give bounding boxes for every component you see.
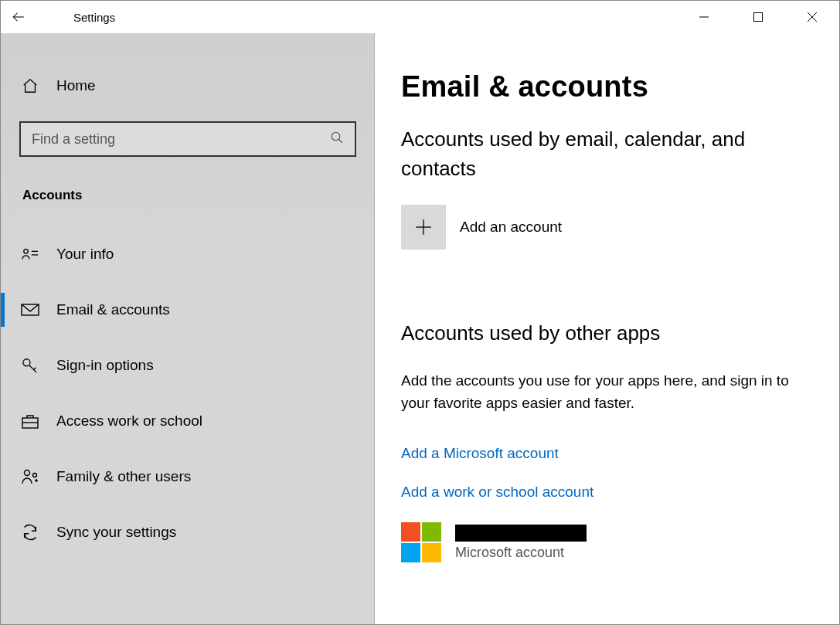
section-email-calendar-title: Accounts used by email, calendar, and co… [401, 125, 813, 183]
maximize-button[interactable] [731, 1, 785, 33]
sidebar-item-email-accounts[interactable]: Email & accounts [1, 282, 375, 338]
sidebar-item-label: Your info [56, 246, 114, 263]
back-button[interactable] [1, 1, 36, 33]
add-account-label: Add an account [460, 219, 562, 236]
key-icon [19, 357, 41, 374]
home-button[interactable]: Home [1, 64, 375, 107]
window-title: Settings [73, 11, 115, 24]
arrow-left-icon [12, 10, 26, 24]
sync-icon [19, 524, 41, 541]
svg-line-6 [338, 139, 342, 143]
search-field[interactable] [30, 131, 330, 148]
svg-point-5 [332, 132, 340, 141]
family-icon [19, 468, 41, 485]
titlebar: Settings [1, 1, 839, 33]
nav-list: Your info Email & accounts [1, 226, 375, 560]
plus-icon [401, 205, 446, 250]
minimize-icon [699, 12, 709, 22]
add-work-school-link[interactable]: Add a work or school account [401, 484, 593, 501]
svg-point-7 [24, 250, 29, 254]
mail-icon [19, 301, 41, 318]
main-content: Email & accounts Accounts used by email,… [375, 33, 839, 624]
account-email-redacted [455, 525, 587, 542]
home-label: Home [56, 77, 96, 94]
sidebar-item-label: Sign-in options [56, 357, 154, 374]
sidebar-item-label: Email & accounts [56, 301, 170, 318]
sidebar: Home Accounts [1, 33, 375, 624]
sidebar-item-family[interactable]: Family & other users [1, 449, 375, 504]
briefcase-icon [19, 413, 41, 430]
home-icon [19, 77, 41, 94]
sidebar-item-work-school[interactable]: Access work or school [1, 393, 375, 449]
sidebar-item-sync[interactable]: Sync your settings [1, 504, 375, 560]
user-info-icon [19, 246, 41, 263]
page-title: Email & accounts [401, 70, 813, 104]
svg-line-13 [34, 368, 36, 370]
microsoft-logo-icon [401, 522, 441, 562]
search-icon [330, 131, 345, 148]
sidebar-item-sign-in-options[interactable]: Sign-in options [1, 338, 375, 393]
svg-point-17 [33, 474, 37, 477]
section-other-apps-desc: Add the accounts you use for your apps h… [401, 370, 811, 414]
maximize-icon [753, 12, 763, 22]
sidebar-item-label: Access work or school [56, 413, 202, 430]
sidebar-item-your-info[interactable]: Your info [1, 226, 375, 282]
search-input[interactable] [19, 121, 356, 157]
minimize-button[interactable] [677, 1, 731, 33]
window-controls [677, 1, 839, 33]
svg-point-11 [23, 359, 30, 366]
sidebar-item-label: Family & other users [56, 468, 191, 485]
category-label: Accounts [22, 188, 375, 203]
section-other-apps-title: Accounts used by other apps [401, 319, 813, 348]
account-text: Microsoft account [455, 525, 587, 561]
add-account-button[interactable]: Add an account [401, 205, 562, 250]
account-type-label: Microsoft account [455, 545, 587, 561]
close-icon [808, 12, 817, 22]
sidebar-item-label: Sync your settings [56, 524, 176, 541]
close-button[interactable] [785, 1, 839, 33]
add-ms-account-link[interactable]: Add a Microsoft account [401, 445, 559, 462]
svg-line-12 [29, 365, 36, 372]
svg-point-16 [25, 470, 30, 476]
svg-rect-2 [754, 13, 763, 22]
account-entry[interactable]: Microsoft account [401, 522, 587, 562]
